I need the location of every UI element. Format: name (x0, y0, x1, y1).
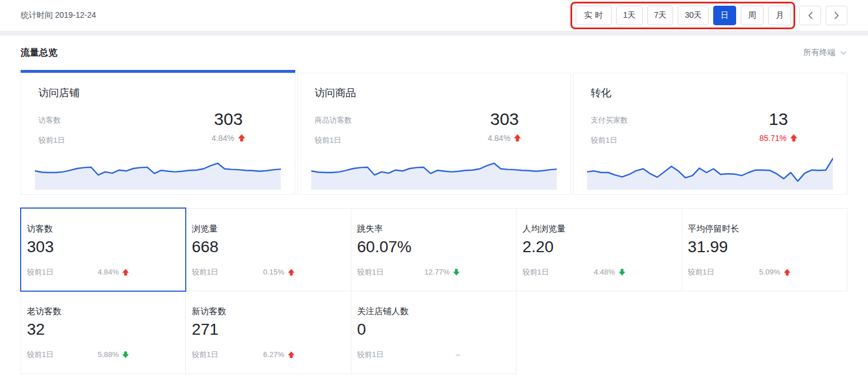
change-percent: 4.84% (98, 268, 119, 276)
summary-card-title: 访问店铺 (38, 86, 277, 100)
terminal-filter-label: 所有终端 (803, 48, 835, 58)
change-percent: 5.88% (98, 350, 119, 359)
arrow-up-icon (790, 134, 797, 142)
compare-label: 较前1日 (38, 135, 65, 146)
chevron-left-icon (807, 11, 814, 19)
metric-label: 商品访客数 (315, 115, 352, 126)
change-percent: 4.84% (488, 134, 511, 143)
metric-value: 271 (191, 321, 345, 339)
time-button-month[interactable]: 月 (768, 6, 791, 25)
traffic-overview-panel: 流量总览 所有终端 访问店铺 访客数 较前1日 303 (0, 36, 868, 384)
metric-title: 人均浏览量 (522, 224, 675, 234)
compare-label: 较前1日 (591, 135, 628, 146)
compare-label: 较前1日 (27, 267, 53, 277)
metric-cards-grid: 访客数 303 较前1日 4.84% 浏览量 668 较前1日 0.15% (0, 208, 868, 374)
compare-label: 较前1日 (191, 267, 218, 277)
metric-card-avg-stay-time[interactable]: 平均停留时长 31.99 较前1日 5.09% (682, 208, 847, 291)
metric-label: 访客数 (38, 115, 65, 126)
metric-card-returning-visitors[interactable]: 老访客数 32 较前1日 5.88% (21, 291, 186, 374)
change-percent: 85.71% (760, 134, 787, 143)
time-range-button-group: 实时 1天 7天 30天 日 周 月 (576, 6, 791, 25)
time-button-week[interactable]: 周 (741, 6, 764, 25)
metric-value: 31.99 (688, 238, 841, 256)
summary-card-title: 转化 (591, 86, 830, 100)
terminal-filter-dropdown[interactable]: 所有终端 (803, 48, 847, 58)
summary-card-visit-shop[interactable]: 访问店铺 访客数 较前1日 303 4.84% (21, 70, 295, 195)
panel-header: 流量总览 所有终端 (0, 36, 868, 70)
metric-card-bounce-rate[interactable]: 跳失率 60.07% 较前1日 12.77% (351, 208, 517, 291)
arrow-up-icon (288, 351, 295, 358)
compare-label: 较前1日 (688, 267, 714, 277)
metric-title: 访客数 (27, 224, 179, 234)
top-bar: 统计时间 2019-12-24 实时 1天 7天 30天 日 周 月 (0, 0, 868, 32)
empty-grid-cell (517, 291, 682, 374)
arrow-down-icon (619, 269, 625, 276)
metric-card-new-visitors[interactable]: 新访客数 271 较前1日 6.27% (186, 291, 351, 374)
stat-time-label: 统计时间 2019-12-24 (21, 10, 96, 21)
sparkline-chart-visit-product (311, 153, 557, 190)
compare-label: 较前1日 (522, 267, 549, 277)
compare-label: 较前1日 (191, 350, 218, 360)
time-button-realtime[interactable]: 实时 (576, 6, 612, 25)
metric-title: 平均停留时长 (688, 224, 841, 234)
metric-label: 支付买家数 (591, 115, 628, 126)
change-percent: 4.48% (594, 268, 615, 276)
change-percent: 4.84% (212, 134, 234, 143)
page-title: 流量总览 (21, 47, 57, 59)
summary-card-conversion[interactable]: 转化 支付买家数 较前1日 13 85.71% (573, 70, 847, 195)
arrow-up-icon (288, 269, 295, 276)
change-percent: 12.77% (424, 268, 449, 276)
metric-value: 32 (27, 321, 179, 339)
time-button-7day[interactable]: 7天 (647, 6, 674, 25)
compare-label: 较前1日 (27, 350, 53, 360)
metric-card-pageviews[interactable]: 浏览量 668 较前1日 0.15% (186, 208, 351, 291)
sparkline-chart-conversion (587, 153, 833, 190)
metric-value: 303 (488, 110, 522, 128)
compare-label: 较前1日 (357, 267, 384, 277)
metric-card-visitors[interactable]: 访客数 303 较前1日 4.84% (21, 208, 186, 291)
next-period-button[interactable] (826, 6, 847, 25)
chevron-down-icon (839, 49, 847, 57)
metric-title: 老访客数 (27, 306, 179, 317)
metric-card-views-per-visitor[interactable]: 人均浏览量 2.20 较前1日 4.48% (517, 208, 682, 291)
arrow-up-icon (122, 269, 129, 276)
time-button-1day[interactable]: 1天 (616, 6, 643, 25)
metric-value: 2.20 (522, 238, 675, 256)
metric-value: 60.07% (357, 238, 510, 256)
chevron-right-icon (834, 11, 840, 19)
summary-cards-row: 访问店铺 访客数 较前1日 303 4.84% (0, 70, 868, 195)
arrow-down-icon (122, 351, 129, 358)
metric-title: 跳失率 (357, 224, 510, 234)
compare-label: 较前1日 (357, 350, 384, 360)
metric-title: 新访客数 (191, 306, 345, 317)
metric-value: 0 (357, 321, 510, 339)
change-percent: 5.09% (759, 268, 780, 276)
change-none-dash: – (456, 350, 460, 359)
summary-card-title: 访问商品 (315, 86, 554, 100)
sparkline-chart-visit-shop (35, 153, 281, 190)
arrow-down-icon (453, 269, 460, 276)
metric-value: 303 (27, 238, 179, 256)
metric-value: 668 (191, 238, 345, 256)
change-percent: 0.15% (263, 268, 284, 276)
metric-value: 303 (212, 110, 245, 128)
metric-card-shop-followers[interactable]: 关注店铺人数 0 较前1日 – (351, 291, 517, 374)
empty-grid-cell (682, 291, 847, 374)
time-range-controls: 实时 1天 7天 30天 日 周 月 (576, 6, 847, 25)
summary-card-visit-product[interactable]: 访问商品 商品访客数 较前1日 303 4.84% (297, 70, 572, 195)
time-button-30day[interactable]: 30天 (678, 6, 709, 25)
metric-title: 关注店铺人数 (357, 306, 510, 317)
prev-period-button[interactable] (799, 6, 821, 25)
compare-label: 较前1日 (315, 135, 352, 146)
arrow-up-icon (514, 134, 521, 142)
metric-value: 13 (760, 110, 797, 128)
change-percent: 6.27% (263, 350, 284, 359)
metric-title: 浏览量 (191, 224, 345, 234)
arrow-up-icon (784, 269, 791, 276)
arrow-up-icon (238, 134, 245, 142)
time-button-day[interactable]: 日 (713, 6, 736, 25)
